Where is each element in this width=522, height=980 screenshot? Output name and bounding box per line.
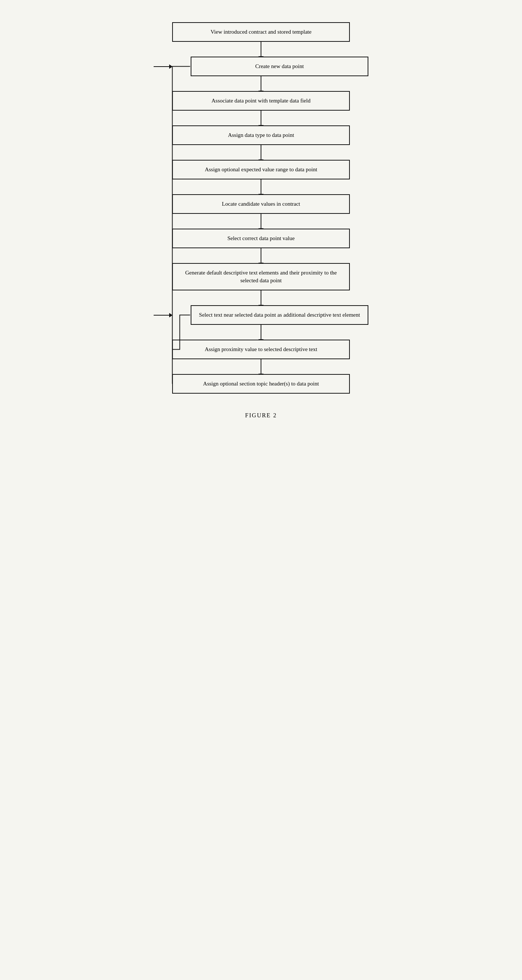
arrow-2-3 <box>261 76 261 91</box>
arrow-5-6 <box>261 180 261 194</box>
box-select-text-near: Select text near selected data point as … <box>191 305 368 325</box>
loop1-arrow-in <box>154 64 172 69</box>
box-assign-optional-range: Assign optional expected value range to … <box>172 160 350 180</box>
arrow-9-10 <box>261 325 261 340</box>
box9-wrapper: Select text near selected data point as … <box>154 305 368 325</box>
box-assign-proximity: Assign proximity value to selected descr… <box>172 340 350 359</box>
loop2-arrowhead <box>169 313 172 317</box>
arrow-3-4 <box>261 111 261 126</box>
box-assign-data-type: Assign data type to data point <box>172 126 350 145</box>
arrow-1-2 <box>261 42 261 57</box>
box-associate-data-point: Associate data point with template data … <box>172 91 350 111</box>
box-view-contract: View introduced contract and stored temp… <box>172 22 350 42</box>
box-select-correct-value: Select correct data point value <box>172 229 350 248</box>
arrow-7-8 <box>261 248 261 263</box>
arrow-4-5 <box>261 145 261 160</box>
box-generate-default: Generate default descriptive text elemen… <box>172 263 350 290</box>
page: View introduced contract and stored temp… <box>131 7 392 441</box>
arrow-8-9 <box>261 290 261 305</box>
box-locate-candidates: Locate candidate values in contract <box>172 194 350 214</box>
loop1-arrowhead <box>169 64 172 69</box>
box-create-data-point: Create new data point <box>191 57 368 76</box>
flowchart: View introduced contract and stored temp… <box>153 22 369 394</box>
arrow-6-7 <box>261 214 261 229</box>
box2-wrapper: Create new data point <box>154 57 368 76</box>
box-assign-section-header: Assign optional section topic header(s) … <box>172 374 350 394</box>
loop2-arrow-in <box>154 313 172 317</box>
loop1-arrow-line <box>154 66 169 67</box>
figure-label: FIGURE 2 <box>153 412 369 419</box>
arrow-10-11 <box>261 359 261 374</box>
loop2-arrow-line <box>154 315 169 315</box>
